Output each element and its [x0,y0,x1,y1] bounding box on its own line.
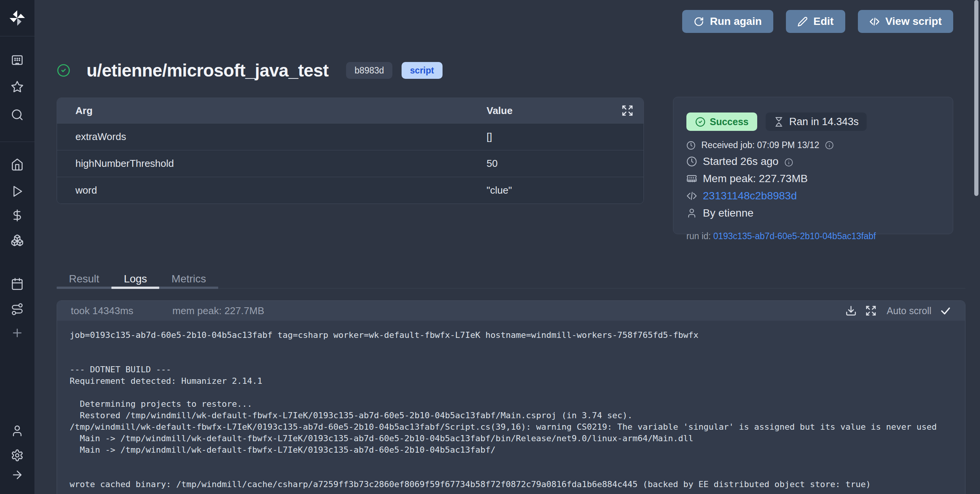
table-row: extraWords [] [57,123,644,150]
mem-peak-label: Mem peak: 227.73MB [703,173,808,185]
download-logs-icon[interactable] [845,305,857,316]
log-line [70,467,952,479]
log-line [70,352,952,364]
title-row: u/etienne/microsoft_java_test b8983d scr… [57,59,443,82]
received-job-label: Received job: 07:09 PM 13/12 [701,140,819,150]
log-line [70,341,952,352]
table-row: highNumberThreshold 50 [57,150,644,177]
view-script-label: View script [885,15,942,28]
tab-metrics[interactable]: Metrics [159,269,218,289]
log-controls: Auto scroll [845,305,951,316]
schedules-calendar-icon[interactable] [11,277,24,290]
log-output: job=0193c135-ab7d-60e5-2b10-04b5ac13fabf… [57,321,965,494]
arg-value: "clue" [487,184,512,196]
arg-name: highNumberThreshold [57,158,174,170]
arg-value: 50 [487,158,498,170]
hash-badge: b8983d [346,62,392,79]
arg-value: [] [487,131,492,143]
account-user-icon[interactable] [11,424,24,437]
script-hash-link[interactable]: 23131148c2b8983d [703,190,797,202]
value-column-header: Value [487,105,513,117]
home-icon[interactable] [11,158,24,171]
status-card: Success Ran in 14.343s Received job: 07:… [673,97,953,234]
memory-icon [686,173,697,184]
arg-column-header: Arg [57,105,93,117]
result-tabs: Result Logs Metrics [57,269,965,289]
info-icon[interactable] [825,141,834,150]
favorites-star-icon[interactable] [11,80,24,93]
log-line [70,387,952,398]
log-line: --- DOTNET BUILD --- [70,364,952,375]
windmill-run-page: Run again Edit View script u/etienne/mic… [0,0,980,494]
clock-icon [686,156,697,167]
success-check-circle-icon [57,64,70,77]
started-label: Started 26s ago [703,155,779,168]
search-icon[interactable] [11,108,24,121]
sidebar-divider [0,36,34,36]
run-again-button[interactable]: Run again [682,10,773,33]
log-line: Requirement detected: Humanizer 2.14.1 [70,375,952,387]
page-scrollbar-thumb[interactable] [974,0,978,196]
run-again-label: Run again [710,15,761,28]
by-user-row: By etienne [686,207,940,219]
status-top-row: Success Ran in 14.343s [686,112,940,131]
ran-in-label: Ran in 14.343s [789,116,859,128]
log-panel: took 14343ms mem peak: 227.7MB Auto scro… [57,300,965,494]
duration-chip: Ran in 14.343s [766,112,867,131]
info-icon[interactable] [784,157,793,166]
pencil-icon [797,16,808,27]
log-line [70,456,952,467]
settings-gear-icon[interactable] [11,449,24,462]
auto-scroll-label: Auto scroll [887,305,931,316]
user-icon [686,208,697,218]
view-script-button[interactable]: View script [858,10,953,33]
runs-play-icon[interactable] [11,185,24,198]
status-label: Success [710,116,748,127]
log-line: Determining projects to restore... [70,398,952,410]
workspace-icon[interactable] [11,54,24,67]
log-line: Main -> /tmp/windmill/wk-default-fbwfx-L… [70,444,952,456]
log-mem-peak-label: mem peak: 227.7MB [172,305,264,317]
log-line: Main -> /tmp/windmill/wk-default-fbwfx-L… [70,433,952,444]
code-icon [869,16,880,27]
log-panel-header: took 14343ms mem peak: 227.7MB Auto scro… [57,301,965,321]
edit-button[interactable]: Edit [786,10,845,33]
sidebar-divider [0,142,34,142]
resources-boxes-icon[interactable] [11,234,24,247]
check-circle-icon [695,117,706,127]
run-id-link[interactable]: 0193c135-ab7d-60e5-2b10-04b5ac13fabf [713,231,876,241]
code-icon [686,191,697,201]
hourglass-icon [774,117,784,127]
topbar-actions: Run again Edit View script [682,10,953,33]
expand-sidebar-arrow-icon[interactable] [11,468,24,481]
refresh-icon [694,16,704,27]
run-id-row: run id: 0193c135-ab7d-60e5-2b10-04b5ac13… [686,231,940,241]
expand-args-icon[interactable] [621,104,634,117]
args-table: Arg Value extraWords [] highNumberThresh… [57,98,644,204]
tab-logs[interactable]: Logs [111,269,159,289]
clock-icon [686,141,696,150]
args-table-header: Arg Value [57,98,644,123]
arg-name: word [57,184,97,196]
started-row: Started 26s ago [686,155,940,168]
table-row: word "clue" [57,177,644,204]
status-badge: Success [686,112,757,131]
expand-logs-icon[interactable] [865,305,877,316]
run-id-label: run id: [686,231,713,241]
auto-scroll-checkbox[interactable] [940,305,951,316]
script-hash-row: 23131148c2b8983d [686,190,940,202]
add-plus-icon[interactable] [11,326,24,339]
arg-name: extraWords [57,131,126,143]
variables-dollar-icon[interactable] [11,209,24,222]
log-line: job=0193c135-ab7d-60e5-2b10-04b5ac13fabf… [70,329,952,341]
flows-route-icon[interactable] [11,303,24,316]
script-type-badge: script [402,62,443,79]
log-line: wrote cached binary: /tmp/windmill/cache… [70,479,952,490]
windmill-logo-icon[interactable] [8,9,26,27]
edit-label: Edit [813,15,834,28]
log-line: /tmp/windmill/wk-default-fbwfx-L7IeK/019… [70,421,952,433]
tab-result[interactable]: Result [57,269,111,289]
mem-peak-row: Mem peak: 227.73MB [686,173,940,185]
received-job-row: Received job: 07:09 PM 13/12 [686,140,940,150]
sidebar [0,0,34,494]
